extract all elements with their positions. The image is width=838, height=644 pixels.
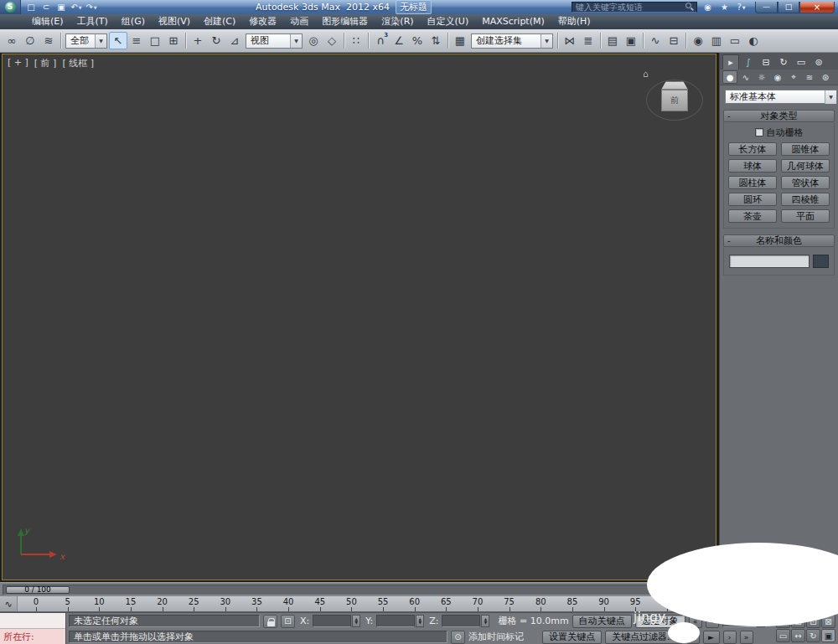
object-color-swatch[interactable] — [813, 255, 829, 268]
chevron-down-icon[interactable] — [290, 34, 302, 48]
new-scene-icon[interactable]: □ — [24, 1, 38, 13]
close-button[interactable]: × — [799, 2, 835, 13]
percent-snap-button[interactable]: % — [408, 32, 427, 49]
keyboard-shortcut-override-button[interactable]: ∷ — [347, 32, 365, 49]
set-key-button[interactable]: 设置关键点 — [542, 631, 602, 644]
edit-named-selection-sets-button[interactable]: ▦ — [451, 32, 469, 49]
window-crossing-toggle-button[interactable]: ⊞ — [164, 32, 183, 49]
z-spinner[interactable] — [481, 615, 489, 627]
use-pivot-point-center-button[interactable]: ◎ — [304, 32, 323, 49]
go-to-end-button[interactable]: » — [740, 631, 753, 644]
menu-views[interactable]: 视图(V) — [152, 14, 197, 29]
menu-modifiers[interactable]: 修改器 — [242, 14, 283, 29]
macro-recorder-line[interactable] — [0, 613, 65, 629]
rendered-frame-window-button[interactable]: ▭ — [726, 32, 744, 49]
render-production-button[interactable]: ◐ — [744, 32, 763, 49]
frame-tick[interactable]: 5 — [59, 597, 76, 611]
curve-editor-button[interactable]: ∿ — [646, 32, 665, 49]
viewport-shading-menu[interactable]: [ 线框 ] — [62, 57, 94, 70]
maxscript-mini-listener[interactable]: 所在行: — [0, 613, 66, 644]
viewcube-home-icon[interactable]: ⌂ — [643, 69, 649, 80]
frame-tick[interactable]: 55 — [375, 597, 391, 611]
frame-tick[interactable]: 35 — [248, 597, 265, 611]
subtab-geometry[interactable]: ● — [722, 70, 737, 84]
unlink-selection-button[interactable]: ∅ — [21, 32, 39, 49]
frame-tick[interactable]: 0 — [28, 597, 44, 611]
frame-tick[interactable]: 25 — [185, 597, 202, 611]
tube-button[interactable]: 管状体 — [781, 176, 830, 189]
material-editor-button[interactable]: ◉ — [689, 32, 707, 49]
tab-hierarchy[interactable]: ⊟ — [758, 54, 774, 70]
chevron-down-icon[interactable] — [541, 34, 552, 48]
frame-tick[interactable]: 20 — [154, 597, 171, 611]
object-type-rollout-header[interactable]: - 对象类型 — [723, 110, 835, 122]
autogrid-checkbox[interactable] — [755, 128, 763, 137]
tab-motion[interactable]: ↻ — [775, 54, 792, 70]
menu-rendering[interactable]: 渲染(R) — [375, 14, 420, 29]
maximize-button[interactable]: □ — [778, 2, 799, 13]
spinner-snap-button[interactable]: ⇅ — [427, 32, 445, 49]
redo-icon[interactable]: ↷ — [85, 1, 98, 13]
y-coordinate-field[interactable] — [376, 615, 415, 627]
frame-tick[interactable]: 15 — [122, 597, 139, 611]
teapot-button[interactable]: 茶壶 — [728, 209, 777, 223]
front-viewport[interactable]: [ + ] [ 前 ] [ 线框 ] ⌂ 前 x y — [2, 54, 716, 580]
schematic-view-button[interactable]: ⊟ — [665, 32, 683, 49]
pan-button[interactable]: ↔ — [791, 629, 805, 642]
viewport-pov-menu[interactable]: [ 前 ] — [34, 57, 57, 70]
frame-tick[interactable]: 10 — [91, 597, 107, 611]
menu-graph-editors[interactable]: 图形编辑器 — [315, 14, 375, 29]
communication-center-icon[interactable]: ◉ — [701, 1, 714, 13]
frame-tick[interactable]: 30 — [217, 597, 234, 611]
frame-tick[interactable]: 85 — [564, 597, 581, 611]
maximize-viewport-toggle-button[interactable]: ▣ — [821, 629, 835, 642]
subtab-systems[interactable]: ⊛ — [818, 70, 833, 84]
menu-edit[interactable]: 编辑(E) — [25, 14, 70, 29]
select-and-move-button[interactable]: + — [189, 32, 207, 49]
named-selection-dropdown[interactable]: 创建选择集 — [471, 33, 553, 49]
subtab-cameras[interactable]: ◉ — [770, 70, 785, 84]
select-and-manipulate-button[interactable]: ◇ — [323, 32, 341, 49]
select-object-button[interactable]: ↖ — [109, 32, 127, 49]
mirror-button[interactable]: ⋈ — [561, 32, 579, 49]
next-frame-button[interactable]: › — [723, 631, 737, 644]
geosphere-button[interactable]: 几何球体 — [781, 159, 830, 173]
frame-tick[interactable]: 50 — [343, 597, 360, 611]
frame-tick[interactable]: 90 — [596, 597, 613, 611]
rectangular-selection-region-button[interactable]: □ — [146, 32, 164, 49]
play-animation-button[interactable]: ► — [703, 631, 720, 644]
reference-coordinate-dropdown[interactable]: 视图 — [246, 33, 303, 49]
undo-icon[interactable]: ↶ — [70, 1, 83, 13]
frame-tick[interactable]: 40 — [280, 597, 297, 611]
frame-tick[interactable]: 80 — [532, 597, 549, 611]
bind-to-space-warp-button[interactable]: ≋ — [39, 32, 58, 49]
zoom-region-button[interactable]: ▭ — [776, 629, 790, 642]
object-name-field[interactable] — [729, 255, 810, 268]
layer-manager-button[interactable]: ▤ — [603, 32, 622, 49]
primitive-category-dropdown[interactable]: 标准基本体 — [725, 90, 837, 104]
align-button[interactable]: ≣ — [579, 32, 597, 49]
tab-utilities[interactable]: ⊚ — [810, 54, 827, 70]
frame-tick[interactable]: 70 — [469, 597, 486, 611]
graphite-modeling-tools-button[interactable]: ▣ — [622, 32, 640, 49]
menu-group[interactable]: 组(G) — [115, 14, 152, 29]
search-icon[interactable] — [685, 3, 695, 12]
auto-key-button[interactable]: 自动关键点 — [572, 615, 632, 628]
box-button[interactable]: 长方体 — [728, 142, 777, 156]
y-spinner[interactable] — [416, 615, 424, 627]
menu-help[interactable]: 帮助(H) — [551, 14, 597, 29]
x-coordinate-field[interactable] — [313, 615, 351, 627]
tab-display[interactable]: ▭ — [793, 54, 810, 70]
application-menu-button[interactable]: S — [0, 0, 21, 14]
cylinder-button[interactable]: 圆柱体 — [728, 176, 777, 189]
help-icon[interactable]: ? — [735, 1, 747, 13]
subtab-space-warps[interactable]: ≋ — [802, 70, 817, 84]
tab-create[interactable]: ▸ — [722, 54, 739, 70]
select-and-scale-button[interactable]: ⊿ — [225, 32, 244, 49]
subtab-lights[interactable]: ☼ — [754, 70, 769, 84]
tab-modify[interactable]: ∫ — [740, 54, 757, 70]
mini-curve-editor-button[interactable]: ∿ — [0, 596, 18, 611]
z-coordinate-field[interactable] — [442, 615, 480, 627]
absolute-offset-mode-icon[interactable]: ⊡ — [281, 615, 295, 628]
time-slider-track[interactable]: 0 / 100 ► — [3, 585, 716, 595]
